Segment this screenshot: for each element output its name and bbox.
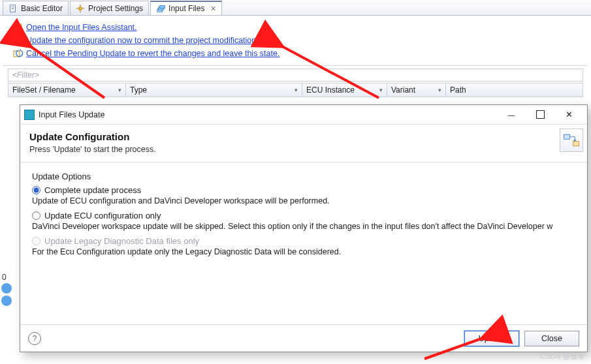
radio-label: Update ECU configuration only (44, 211, 161, 220)
option-desc: Update of ECU configuration and DaVinci … (32, 196, 575, 205)
dialog-input-files-update: Input Files Update Update Configuration … (20, 104, 588, 352)
close-button[interactable] (554, 106, 583, 124)
tab-label: Project Settings (88, 4, 143, 13)
option-desc: For the Ecu Configuration update only th… (32, 247, 575, 256)
wizard-icon (13, 22, 24, 33)
radio-input[interactable] (32, 186, 40, 194)
link-open-assistant[interactable]: Open the Input Files Assistant. (26, 23, 137, 32)
watermark: CSDN @逸埃 (541, 352, 584, 361)
col-ecu-instance[interactable]: ECU Instance▾ (302, 83, 387, 97)
maximize-button[interactable] (526, 106, 554, 124)
status-count: 0 (2, 273, 7, 282)
svg-point-3 (78, 7, 82, 10)
status-gutter (0, 281, 13, 308)
svg-rect-15 (564, 134, 570, 139)
app-icon (24, 110, 35, 120)
col-fileset[interactable]: FileSet / Filename▾ (8, 83, 126, 97)
dialog-footer: ? Update Close (20, 324, 587, 352)
chevron-down-icon: ▾ (438, 87, 441, 93)
minimize-button[interactable] (497, 106, 526, 124)
info-icon (1, 296, 12, 306)
dialog-subheading: Press 'Update' to start the process. (29, 145, 156, 154)
stack-icon (156, 4, 165, 13)
update-button[interactable]: Update (464, 331, 519, 346)
link-cancel-update[interactable]: Cancel the Pending Update to revert the … (26, 49, 280, 58)
help-icon[interactable]: ? (28, 332, 41, 345)
chevron-down-icon: ▾ (379, 87, 383, 93)
svg-rect-1 (11, 7, 14, 7)
radio-legacy-diag: Update Legacy Diagnostic Data files only (32, 236, 575, 246)
svg-rect-10 (159, 6, 165, 8)
divider (3, 65, 588, 66)
dialog-window-title: Input Files Update (39, 110, 497, 119)
svg-point-12 (19, 28, 23, 32)
tab-label: Input Files (168, 4, 204, 13)
group-title: Update Options (32, 172, 575, 181)
table-header: FileSet / Filename▾ Type▾ ECU Instance▾ … (8, 83, 583, 97)
info-icon (1, 283, 12, 294)
radio-input (32, 237, 40, 245)
chevron-down-icon: ▾ (118, 87, 121, 93)
editor-tab-bar: Basic Editor Project Settings Input File… (0, 0, 591, 16)
tab-project-settings[interactable]: Project Settings (70, 1, 149, 15)
svg-rect-16 (573, 142, 579, 146)
dialog-body: Update Options Complete update process U… (20, 162, 587, 267)
filter-input[interactable]: <Filter> (8, 68, 583, 82)
radio-ecu-only[interactable]: Update ECU configuration only (32, 211, 575, 220)
col-path[interactable]: Path (446, 83, 583, 97)
col-variant[interactable]: Variant▾ (387, 83, 446, 97)
revert-icon (13, 48, 24, 59)
option-desc: DaVinci Developer workspace update will … (32, 222, 575, 231)
pending-actions-panel: Open the Input Files Assistant. Update t… (0, 16, 591, 64)
dialog-heading: Update Configuration (29, 131, 156, 142)
radio-label: Update Legacy Diagnostic Data files only (44, 236, 199, 246)
update-flow-icon (560, 129, 583, 152)
tab-input-files[interactable]: Input Files ✕ (150, 1, 222, 15)
gear-icon (76, 4, 85, 13)
link-update-config[interactable]: Update the configuration now to commit t… (26, 36, 263, 45)
tab-label: Basic Editor (21, 4, 63, 13)
dialog-titlebar[interactable]: Input Files Update (20, 105, 587, 125)
radio-label: Complete update process (44, 185, 141, 195)
close-icon[interactable]: ✕ (210, 5, 216, 13)
close-dialog-button[interactable]: Close (524, 331, 579, 346)
chevron-down-icon: ▾ (295, 87, 298, 93)
col-type[interactable]: Type▾ (126, 83, 302, 97)
svg-rect-2 (11, 8, 14, 9)
dialog-header: Update Configuration Press 'Update' to s… (20, 125, 587, 162)
document-icon (8, 4, 18, 13)
commit-arrow-icon (13, 35, 24, 46)
radio-input[interactable] (32, 211, 40, 220)
radio-complete-update[interactable]: Complete update process (32, 185, 575, 195)
tab-basic-editor[interactable]: Basic Editor (3, 1, 69, 15)
